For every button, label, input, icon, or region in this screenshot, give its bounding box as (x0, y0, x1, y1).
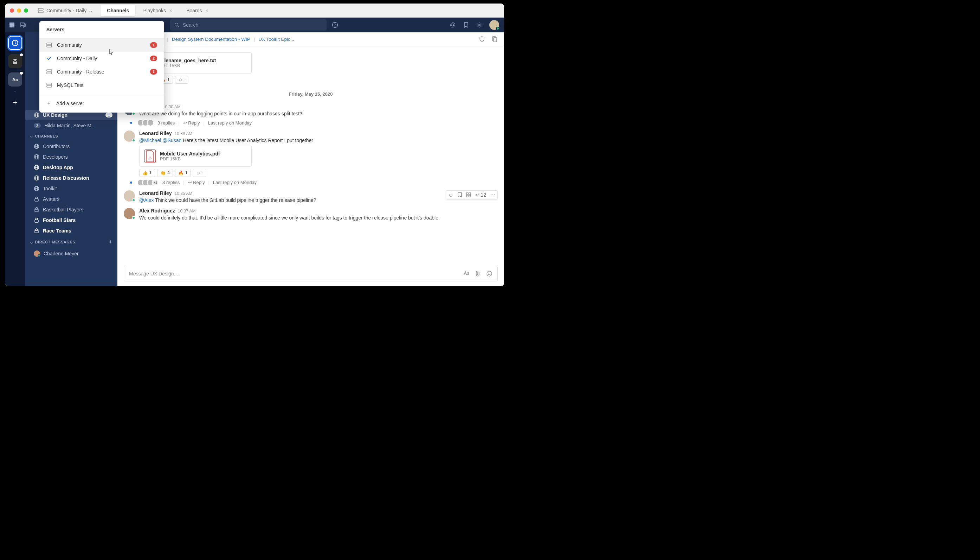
user-avatar[interactable] (489, 20, 499, 30)
thread-footer[interactable]: +2 3 replies |↩ Reply |Last reply on Mon… (139, 179, 498, 186)
svg-rect-40 (35, 220, 38, 222)
sidebar-channel-item[interactable]: Toolkit (25, 183, 117, 194)
sidebar-dm-item[interactable]: Charlene Meyer (25, 248, 117, 259)
message-composer[interactable]: Message UX Design... Aa (124, 266, 498, 282)
server-label: Community - Release (57, 69, 105, 75)
add-reaction[interactable]: ☺⁺ (175, 76, 188, 84)
svg-rect-52 (47, 43, 51, 45)
help-icon[interactable]: ? (331, 22, 339, 28)
server-menu-item[interactable]: Community - Daily2 (39, 52, 164, 65)
svg-rect-39 (35, 209, 38, 212)
sidebar-channel-item[interactable]: Avatars (25, 194, 117, 204)
author-name[interactable]: Leonard Riley (139, 130, 172, 136)
settings-icon[interactable] (476, 22, 483, 28)
avatar[interactable] (124, 208, 135, 219)
thread-footer[interactable]: 3 replies |↩ Reply |Last reply on Monday (139, 119, 498, 126)
unread-dot (20, 72, 23, 75)
server-item-2[interactable] (8, 54, 22, 68)
close-window[interactable] (10, 8, 14, 13)
formatting-button[interactable]: Aa (463, 270, 469, 277)
search-icon (174, 23, 179, 27)
svg-rect-0 (38, 8, 43, 10)
message: Leonard Riley10:33 AM @Michael @Susan He… (117, 128, 504, 188)
chevron-down-icon: ⌵ (30, 134, 33, 138)
add-reaction[interactable]: ☺⁺ (193, 169, 206, 177)
maximize-window[interactable] (24, 8, 28, 13)
sidebar-channel-item[interactable]: Basketball Players (25, 204, 117, 215)
file-attachment[interactable]: 人 Mobile User Analytics.pdf PDF 15KB (139, 146, 252, 167)
author-name[interactable]: Leonard Riley (139, 190, 172, 196)
svg-rect-57 (47, 85, 51, 87)
presence-online (132, 198, 135, 202)
server-label: MySQL Test (57, 82, 83, 88)
reply-icon[interactable]: ↩ 12 (475, 192, 486, 198)
product-switcher-icon[interactable] (9, 22, 15, 28)
close-icon[interactable]: × (206, 8, 208, 13)
check-icon (47, 56, 52, 61)
server-label: Community (57, 42, 82, 48)
saved-icon[interactable] (463, 22, 470, 28)
server-menu-item[interactable]: MySQL Test (39, 78, 164, 92)
add-server-item[interactable]: ＋ Add a server (39, 97, 164, 110)
tab-playbooks[interactable]: Playbooks× (137, 5, 179, 16)
reaction[interactable]: 👍1 (139, 169, 155, 177)
mention[interactable]: @Susan (163, 138, 181, 143)
svg-rect-10 (13, 26, 15, 27)
svg-rect-4 (13, 23, 15, 24)
server-menu-item[interactable]: Community - Release1 (39, 65, 164, 78)
attach-icon[interactable] (475, 270, 480, 277)
bookmark-icon[interactable] (458, 192, 462, 197)
mentions-icon[interactable]: @ (449, 22, 456, 28)
pdf-icon: 人 (145, 150, 156, 163)
threads-icon[interactable] (20, 22, 26, 28)
header-link[interactable]: UX Toolkit Epic... (258, 37, 294, 42)
sidebar-channel-item[interactable]: Football Stars (25, 215, 117, 225)
search-placeholder: Search (183, 22, 198, 28)
avatar[interactable] (124, 130, 135, 142)
app-window: Community - Daily ⌵ Channels Playbooks× … (5, 3, 504, 286)
traffic-lights (5, 8, 33, 13)
mention[interactable]: @Alex (139, 197, 154, 203)
minimize-window[interactable] (17, 8, 21, 13)
sidebar-item-group-dm[interactable]: 2 Hilda Martin, Steve M... (25, 120, 117, 131)
emoji-icon[interactable] (486, 270, 492, 277)
channels-header[interactable]: ⌵CHANNELS (25, 131, 117, 141)
more-icon[interactable]: ⋯ (490, 192, 495, 198)
server-item-3[interactable]: Ac (8, 72, 22, 87)
server-item-1[interactable] (8, 36, 22, 50)
channel-label: Avatars (43, 196, 60, 202)
sidebar-channel-item[interactable]: Race Teams (25, 225, 117, 236)
close-icon[interactable]: × (169, 8, 172, 13)
server-label: Community - Daily (57, 56, 97, 61)
files-icon[interactable] (492, 36, 498, 42)
presence-online (496, 27, 500, 30)
workspace-selector[interactable]: Community - Daily ⌵ (33, 8, 97, 13)
mention[interactable]: @Michael (139, 138, 161, 143)
add-server-button[interactable]: ＋ (12, 97, 18, 107)
unread-dot (130, 182, 132, 183)
header-link[interactable]: Design System Documentation - WIP (172, 37, 250, 42)
author-name[interactable]: Alex Rodriguez (139, 208, 175, 213)
sidebar-channel-item[interactable]: Contributors (25, 141, 117, 152)
svg-point-51 (490, 273, 491, 274)
reaction[interactable]: 👏4 (157, 169, 173, 177)
reactions: 👏4 🔥1 ☺⁺ (139, 76, 498, 84)
server-icon (47, 82, 52, 88)
shield-icon[interactable] (479, 36, 485, 42)
sidebar-channel-item[interactable]: Desktop App (25, 162, 117, 173)
svg-point-49 (487, 271, 492, 276)
reaction[interactable]: 🔥1 (175, 169, 191, 177)
add-dm-button[interactable]: + (109, 239, 113, 245)
apps-icon[interactable] (466, 192, 471, 197)
search-input[interactable]: Search (170, 19, 327, 31)
server-menu-item[interactable]: Community1 (39, 38, 164, 52)
emoji-icon[interactable]: ☺ (448, 192, 453, 198)
tab-boards[interactable]: Boards× (180, 5, 215, 16)
avatar[interactable] (124, 190, 135, 202)
dm-header[interactable]: ⌵DIRECT MESSAGES+ (25, 236, 117, 248)
svg-rect-19 (13, 60, 17, 60)
sidebar-channel-item[interactable]: Release Discussion (25, 173, 117, 183)
sidebar-channel-item[interactable]: Developers (25, 152, 117, 162)
tab-channels[interactable]: Channels (101, 5, 135, 16)
svg-rect-48 (469, 195, 471, 197)
